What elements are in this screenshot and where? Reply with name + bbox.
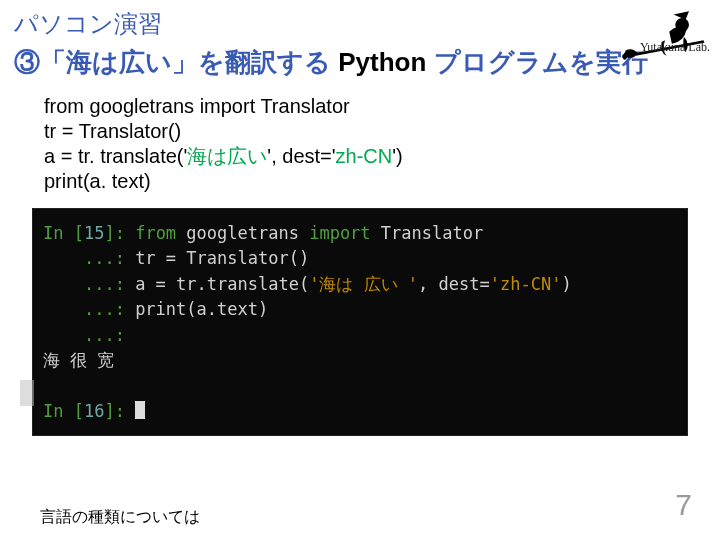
terminal-output: 海 很 宽 [43, 348, 677, 374]
terminal-line: ...: tr = Translator() [43, 246, 677, 272]
code-snippet: from googletrans import Translator tr = … [44, 94, 706, 194]
slide-pretitle: パソコン演習 [14, 8, 706, 40]
title-part2: プログラムを実行 [434, 47, 648, 77]
terminal-screenshot: In [15]: from googletrans import Transla… [32, 208, 688, 436]
artifact-icon [20, 380, 34, 406]
slide-title: ③「海は広い」を翻訳する Python プログラムを実行 [14, 46, 706, 80]
footer-note: 言語の種類については [40, 507, 200, 528]
code-line: tr = Translator() [44, 119, 706, 144]
terminal-prompt: In [16]: [43, 399, 677, 425]
title-python-word: Python [331, 47, 434, 77]
terminal-line: ...: a = tr.translate('海は 広い ', dest='zh… [43, 272, 677, 298]
code-line: print(a. text) [44, 169, 706, 194]
cursor-icon [135, 401, 145, 419]
witch-logo-icon [620, 6, 710, 66]
code-line: from googletrans import Translator [44, 94, 706, 119]
terminal-line: In [15]: from googletrans import Transla… [43, 221, 677, 247]
slide: Yutakuna Lab. パソコン演習 ③「海は広い」を翻訳する Python… [0, 0, 720, 540]
terminal-blank [43, 374, 677, 400]
logo-label: Yutakuna Lab. [640, 40, 710, 55]
page-number: 7 [675, 488, 692, 522]
code-line: a = tr. translate('海は広い', dest='zh-CN') [44, 144, 706, 169]
title-circle-num: ③ [14, 47, 40, 77]
title-part1: 「海は広い」を翻訳する [40, 47, 331, 77]
terminal-line: ...: print(a.text) [43, 297, 677, 323]
terminal-line: ...: [43, 323, 677, 349]
